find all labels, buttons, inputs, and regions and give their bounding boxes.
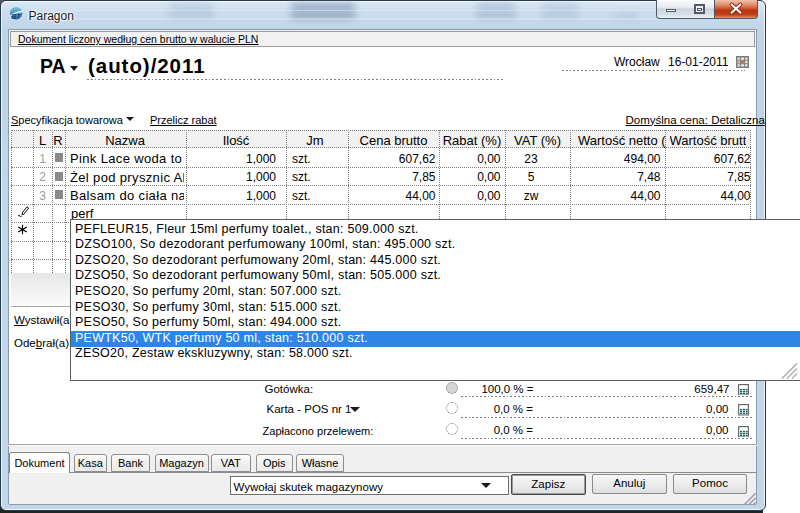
svg-text:GT: GT [11,13,21,20]
